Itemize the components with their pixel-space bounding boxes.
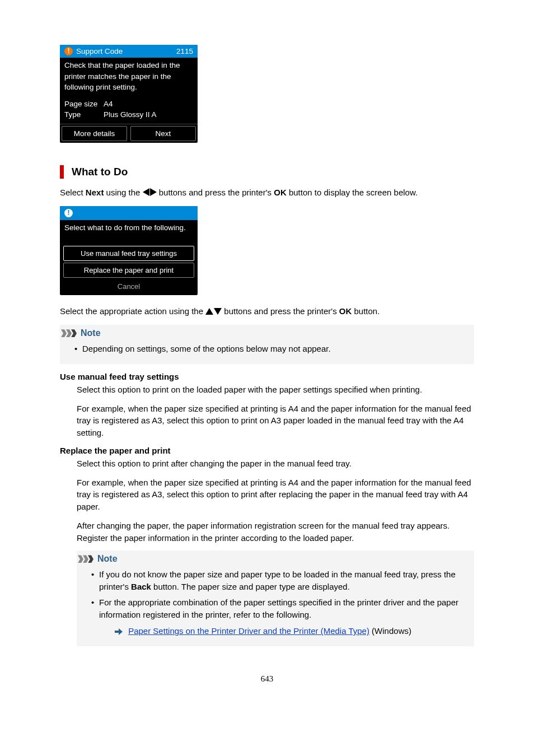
note-box-1: Note Depending on settings, some of the … [60, 325, 474, 364]
lcd-header: ! Support Code 2115 [60, 45, 198, 58]
lcd-header-label: Support Code [76, 47, 123, 55]
lcd-pagesize-label: Page size [64, 99, 104, 110]
term-replace-paper: Replace the paper and print [60, 446, 474, 455]
section-heading: What to Do [60, 165, 474, 179]
lcd-option-manual-feed: Use manual feed tray settings [63, 246, 194, 261]
warning-icon: ! [64, 47, 73, 55]
def-replace-paper-p3: After changing the paper, the paper info… [77, 520, 474, 544]
note1-item: Depending on settings, some of the optio… [74, 343, 466, 355]
lcd-more-details-button: More details [62, 126, 127, 141]
instruction-select-action: Select the appropriate action using the … [60, 305, 474, 318]
up-down-arrow-icon [205, 306, 222, 318]
lcd-next-button: Next [130, 126, 196, 141]
link-arrow-icon [115, 628, 123, 635]
def-manual-feed-p1: Select this option to print on the loade… [77, 384, 474, 396]
lcd-pagesize-value: A4 [104, 99, 113, 110]
printer-lcd-support-code: ! Support Code 2115 Check that the paper… [60, 45, 198, 143]
term-manual-feed: Use manual feed tray settings [60, 372, 474, 381]
info-icon: ! [64, 209, 73, 217]
lcd-support-code: 2115 [176, 47, 193, 55]
lcd-type-label: Type [64, 109, 104, 120]
page-number: 643 [60, 674, 474, 684]
def-replace-paper-p2: For example, when the paper size specifi… [77, 477, 474, 513]
def-replace-paper-p1: Select this option to print after changi… [77, 458, 474, 470]
lcd-option-replace-paper: Replace the paper and print [63, 263, 194, 278]
note-heading: Note [60, 325, 474, 339]
note-label: Note [97, 554, 118, 564]
section-title: What to Do [72, 166, 128, 178]
lcd-option-cancel: Cancel [63, 279, 194, 293]
lcd2-message: Select what to do from the following. [64, 222, 193, 234]
note-chevrons-icon [61, 329, 76, 337]
left-right-arrow-icon [143, 187, 157, 199]
section-accent-bar [60, 165, 64, 179]
printer-lcd-select-action: ! Select what to do from the following. … [60, 206, 198, 296]
note2-item2: For the appropriate combination of the p… [91, 596, 466, 637]
note-chevrons-icon [78, 555, 93, 563]
note-heading-2: Note [77, 550, 474, 565]
def-manual-feed-p2: For example, when the paper size specifi… [77, 403, 474, 439]
note-label: Note [81, 328, 101, 338]
instruction-select-next: Select Next using the buttons and press … [60, 186, 474, 199]
link-paper-settings[interactable]: Paper Settings on the Printer Driver and… [128, 626, 369, 636]
lcd2-header: ! [60, 206, 198, 220]
note-box-2: Note If you do not know the paper size a… [77, 550, 474, 646]
lcd-message: Check that the paper loaded in the print… [64, 60, 193, 93]
lcd-type-value: Plus Glossy II A [104, 109, 157, 120]
note2-item1: If you do not know the paper size and pa… [91, 568, 466, 593]
